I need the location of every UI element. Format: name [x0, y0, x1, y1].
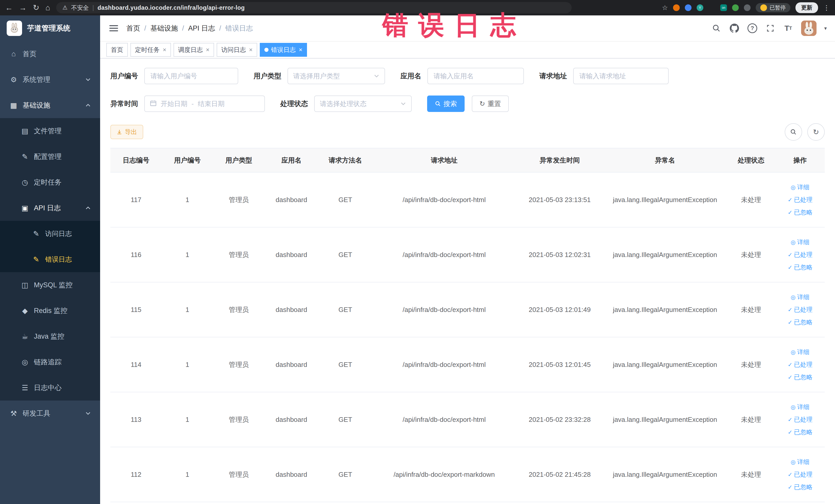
github-icon[interactable]: [729, 23, 739, 33]
update-button[interactable]: 更新: [795, 2, 818, 13]
extension-icon[interactable]: [685, 4, 692, 11]
detail-link[interactable]: ◎详细: [777, 456, 823, 468]
chevron-down-icon[interactable]: ▾: [824, 25, 827, 31]
sidebar-item-java-monitor[interactable]: ☕ Java 监控: [0, 323, 100, 349]
close-tab-icon[interactable]: ×: [299, 46, 302, 54]
cell-app-name: dashboard: [264, 447, 318, 502]
col-header-method: 请求方法名: [318, 148, 372, 172]
processed-link[interactable]: ✓已处理: [777, 248, 823, 261]
detail-link[interactable]: ◎详细: [777, 401, 823, 414]
breadcrumb-item-infrastructure[interactable]: 基础设施: [150, 24, 178, 33]
processed-link[interactable]: ✓已处理: [777, 414, 823, 426]
sidebar-item-api-logs[interactable]: ▣ API 日志: [0, 195, 100, 221]
refresh-table-button[interactable]: ↻: [807, 123, 825, 141]
search-button[interactable]: 搜索: [427, 96, 465, 112]
tab-access-logs[interactable]: 访问日志×: [217, 43, 257, 57]
home-icon[interactable]: ⌂: [45, 4, 50, 12]
detail-link[interactable]: ◎详细: [777, 346, 823, 358]
tools-icon: ⚒: [9, 409, 18, 418]
sidebar-item-dev-tools[interactable]: ⚒ 研发工具: [0, 401, 100, 426]
search-icon: [435, 101, 441, 107]
sidebar-item-access-logs[interactable]: ✎ 访问日志: [0, 221, 100, 246]
reload-icon[interactable]: ↻: [33, 4, 39, 12]
sidebar-item-system-management[interactable]: ⚙ 系统管理: [0, 67, 100, 93]
check-icon: ✓: [788, 306, 792, 313]
tab-scheduled-tasks[interactable]: 定时任务×: [130, 43, 171, 57]
breadcrumb-item-home[interactable]: 首页: [126, 24, 140, 33]
avatar[interactable]: [801, 21, 816, 36]
sidebar-item-redis-monitor[interactable]: ◆ Redis 监控: [0, 298, 100, 323]
breadcrumb-item-api-logs[interactable]: API 日志: [188, 24, 215, 33]
browser-menu-icon[interactable]: ⋮: [823, 4, 830, 12]
table-header-row: 日志编号 用户编号 用户类型 应用名 请求方法名 请求地址 异常发生时间 异常名…: [110, 148, 825, 172]
close-tab-icon[interactable]: ×: [163, 46, 166, 54]
process-status-select[interactable]: 请选择处理状态: [314, 96, 412, 112]
detail-link[interactable]: ◎详细: [777, 291, 823, 303]
gear-icon: ⚙: [9, 76, 18, 84]
sidebar-item-scheduled-tasks[interactable]: ◷ 定时任务: [0, 169, 100, 195]
extension-grid-icon[interactable]: [709, 4, 715, 11]
detail-link[interactable]: ◎详细: [777, 236, 823, 248]
sidebar: 芋道管理系统 ⌂ 首页 ⚙ 系统管理 ▦ 基础设施 ▤ 文件管理 ✎: [0, 15, 100, 504]
font-size-icon[interactable]: TT: [783, 23, 793, 33]
sidebar-item-error-logs[interactable]: ✎ 错误日志: [0, 246, 100, 272]
breadcrumb-item-error-logs: 错误日志: [225, 24, 253, 33]
table-row: 1161管理员dashboardGET/api/infra/db-doc/exp…: [110, 227, 825, 282]
tab-home[interactable]: 首页: [106, 43, 128, 57]
help-icon[interactable]: ?: [747, 23, 757, 33]
processed-link[interactable]: ✓已处理: [777, 303, 823, 316]
cell-app-name: dashboard: [264, 282, 318, 337]
ignored-link[interactable]: ✓已忽略: [777, 206, 823, 219]
check-icon: ✓: [788, 251, 792, 258]
start-date-placeholder: 开始日期: [161, 99, 187, 108]
reset-button[interactable]: ↻ 重置: [472, 96, 509, 112]
sidebar-item-infrastructure[interactable]: ▦ 基础设施: [0, 93, 100, 118]
screen: ← → ↻ ⌂ ⚠ 不安全 | dashboard.yudao.iocoder.…: [0, 0, 835, 504]
sidebar-item-tracing[interactable]: ◎ 链路追踪: [0, 349, 100, 375]
api-log-icon: ▣: [21, 204, 29, 212]
sidebar-item-config-management[interactable]: ✎ 配置管理: [0, 144, 100, 169]
chevron-down-icon: [374, 72, 380, 81]
ignored-link[interactable]: ✓已忽略: [777, 316, 823, 329]
sidebar-item-mysql-monitor[interactable]: ◫ MySQL 监控: [0, 272, 100, 298]
close-tab-icon[interactable]: ×: [206, 46, 209, 54]
extension-icon[interactable]: on: [720, 4, 727, 11]
tab-error-logs[interactable]: 错误日志×: [260, 43, 307, 57]
extension-icon[interactable]: [744, 4, 751, 11]
ignored-link[interactable]: ✓已忽略: [777, 371, 823, 384]
close-tab-icon[interactable]: ×: [249, 46, 252, 54]
tab-schedule-logs[interactable]: 调度日志×: [174, 43, 214, 57]
export-button[interactable]: 导出: [110, 125, 143, 139]
sidebar-item-label: 基础设施: [23, 101, 50, 110]
access-log-icon: ✎: [32, 229, 41, 238]
address-bar[interactable]: ⚠ 不安全 | dashboard.yudao.iocoder.cn/infra…: [56, 2, 572, 13]
fullscreen-icon[interactable]: [765, 23, 775, 33]
processed-link[interactable]: ✓已处理: [777, 358, 823, 371]
back-icon[interactable]: ←: [5, 4, 13, 12]
ignored-link[interactable]: ✓已忽略: [777, 426, 823, 439]
sidebar-item-home[interactable]: ⌂ 首页: [0, 41, 100, 67]
extension-icon[interactable]: Y: [697, 4, 703, 11]
user-type-label: 用户类型: [253, 72, 281, 81]
ignored-link[interactable]: ✓已忽略: [777, 261, 823, 274]
request-url-input[interactable]: [573, 68, 669, 84]
search-icon[interactable]: [711, 23, 721, 33]
app-name-input[interactable]: [427, 68, 524, 84]
date-range-picker[interactable]: 开始日期 - 结束日期: [144, 96, 265, 112]
extension-icon[interactable]: [732, 4, 739, 11]
hamburger-icon[interactable]: [108, 23, 119, 33]
processed-link[interactable]: ✓已处理: [777, 194, 823, 206]
user-id-input[interactable]: [144, 68, 238, 84]
cell-actions: ◎详细✓已处理✓已忽略: [775, 392, 825, 447]
profile-paused-chip[interactable]: 已暂停: [756, 3, 790, 12]
sidebar-item-file-management[interactable]: ▤ 文件管理: [0, 118, 100, 144]
bookmark-star-icon[interactable]: ☆: [662, 4, 668, 11]
detail-link[interactable]: ◎详细: [777, 181, 823, 194]
user-type-select[interactable]: 请选择用户类型: [287, 68, 385, 84]
forward-icon[interactable]: →: [19, 4, 27, 12]
ignored-link[interactable]: ✓已忽略: [777, 481, 823, 493]
sidebar-item-log-center[interactable]: ☰ 日志中心: [0, 375, 100, 401]
toggle-search-button[interactable]: [785, 123, 802, 141]
processed-link[interactable]: ✓已处理: [777, 468, 823, 481]
extension-icon[interactable]: [673, 4, 680, 11]
